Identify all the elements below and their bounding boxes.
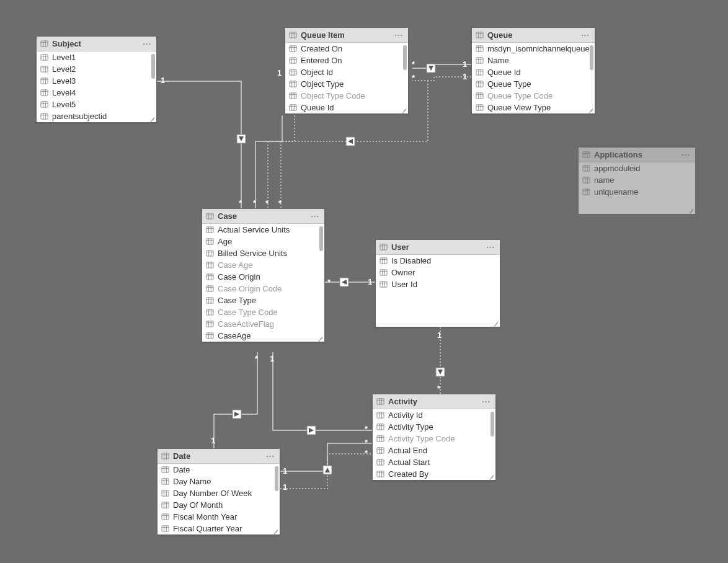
entity-menu-button[interactable]: ···	[266, 451, 275, 461]
entity-header[interactable]: Queue Item ···	[285, 28, 408, 43]
resize-handle[interactable]	[272, 527, 278, 533]
field-label: Activity Id	[388, 410, 423, 420]
entity-user[interactable]: User ··· Is Disabled Owner User Id	[375, 239, 500, 327]
entity-header[interactable]: Date ···	[158, 449, 280, 464]
field-label: Day Number Of Week	[173, 489, 252, 498]
entity-menu-button[interactable]: ···	[482, 397, 491, 406]
field-label: Is Disabled	[391, 256, 431, 265]
field-row: Age	[202, 236, 324, 247]
column-icon	[582, 188, 590, 196]
entity-menu-button[interactable]: ···	[311, 211, 319, 221]
field-label: Queue Id	[487, 68, 521, 77]
entity-menu-button[interactable]: ···	[681, 150, 690, 159]
entity-body: msdyn_isomnichannelqueue Name Queue Id Q…	[472, 43, 595, 113]
entity-body: Date Day Name Day Number Of Week Day Of …	[158, 464, 280, 534]
field-row: Case Origin Code	[202, 283, 324, 295]
field-label: Age	[218, 237, 232, 246]
entity-header[interactable]: Activity ···	[373, 394, 495, 409]
entity-queue-item[interactable]: Queue Item ··· Created On Entered On Obj…	[285, 27, 409, 114]
field-label: Level4	[52, 88, 76, 97]
cardinality-many: *	[365, 448, 368, 458]
cardinality-many: *	[327, 277, 331, 286]
field-row: Queue Id	[472, 66, 595, 78]
scrollbar-thumb[interactable]	[403, 45, 407, 70]
scrollbar-thumb[interactable]	[151, 54, 155, 79]
field-row: Name	[472, 55, 595, 66]
field-row: Actual End	[373, 445, 495, 456]
entity-activity[interactable]: Activity ··· Activity Id Activity Type A…	[372, 394, 496, 481]
resize-handle[interactable]	[488, 472, 494, 479]
entity-title: Activity	[388, 397, 417, 406]
resize-handle[interactable]	[587, 106, 593, 112]
column-icon	[206, 332, 214, 340]
field-row: Day Number Of Week	[158, 487, 280, 499]
field-label: Activity Type	[388, 422, 433, 432]
entity-applications[interactable]: Applications ··· appmoduleid name unique…	[578, 147, 696, 215]
scrollbar-thumb[interactable]	[275, 466, 278, 491]
column-icon	[206, 308, 214, 316]
entity-queue[interactable]: Queue ··· msdyn_isomnichannelqueue Name …	[471, 27, 595, 114]
field-label: uniquename	[594, 187, 639, 197]
column-icon	[40, 89, 48, 97]
field-label: Name	[487, 56, 509, 65]
column-icon	[582, 176, 590, 184]
column-icon	[206, 273, 214, 281]
entity-subject[interactable]: Subject ··· Level1 Level2 Level3 Level4 …	[36, 36, 157, 123]
entity-header[interactable]: Queue ···	[472, 28, 595, 43]
field-row: Day Of Month	[158, 499, 280, 511]
resize-handle[interactable]	[149, 115, 155, 121]
entity-menu-button[interactable]: ···	[486, 242, 495, 252]
cardinality-one: 1	[463, 60, 467, 69]
cardinality-many: *	[278, 198, 282, 208]
entity-menu-button[interactable]: ···	[581, 30, 590, 40]
field-label: name	[594, 175, 615, 185]
field-row: Owner	[376, 267, 500, 278]
table-icon	[289, 31, 297, 39]
entity-header[interactable]: User ···	[376, 240, 500, 255]
resize-handle[interactable]	[317, 334, 323, 340]
column-icon	[206, 285, 214, 293]
entity-header[interactable]: Subject ···	[37, 37, 156, 51]
column-icon	[476, 80, 484, 88]
scrollbar-thumb[interactable]	[590, 45, 593, 70]
field-label: Owner	[391, 268, 415, 277]
field-label: Case Type	[218, 296, 256, 305]
entity-case[interactable]: Case ··· Actual Service Units Age Billed…	[202, 208, 325, 342]
field-row: Queue Id	[285, 102, 408, 113]
scrollbar-thumb[interactable]	[491, 412, 494, 437]
entity-menu-button[interactable]: ···	[394, 30, 403, 40]
column-icon	[476, 104, 484, 112]
field-row: Created By	[373, 468, 495, 480]
field-label: appmoduleid	[594, 164, 640, 173]
column-icon	[380, 280, 388, 288]
column-icon	[40, 65, 48, 73]
resize-handle[interactable]	[401, 106, 407, 112]
field-label: Queue Type	[487, 79, 531, 89]
field-label: User Id	[391, 280, 417, 289]
entity-title: Queue	[487, 30, 512, 40]
cardinality-one: 1	[437, 330, 442, 340]
field-label: Object Type	[301, 79, 344, 89]
resize-handle[interactable]	[492, 319, 499, 326]
column-icon	[289, 56, 297, 64]
scrollbar-thumb[interactable]	[319, 226, 323, 251]
field-row: Level4	[37, 87, 156, 99]
entity-header[interactable]: Case ···	[202, 209, 324, 224]
resize-handle[interactable]	[688, 206, 694, 213]
cardinality-many: *	[412, 60, 415, 69]
column-icon	[476, 45, 484, 53]
field-row: Case Age	[202, 259, 324, 271]
column-icon	[40, 112, 48, 120]
field-label: Fiscal Month Year	[173, 512, 237, 521]
field-row: Object Id	[285, 66, 408, 78]
entity-title: Queue Item	[301, 30, 345, 40]
entity-date[interactable]: Date ··· Date Day Name Day Number Of Wee…	[157, 448, 280, 535]
table-icon	[206, 212, 214, 220]
column-icon	[476, 56, 484, 64]
field-row: Case Type	[202, 295, 324, 306]
field-label: Actual Service Units	[218, 225, 290, 234]
entity-header[interactable]: Applications ···	[579, 148, 695, 162]
svg-rect-1	[427, 64, 435, 73]
entity-menu-button[interactable]: ···	[143, 39, 151, 48]
entity-body: Actual Service Units Age Billed Service …	[202, 224, 324, 342]
